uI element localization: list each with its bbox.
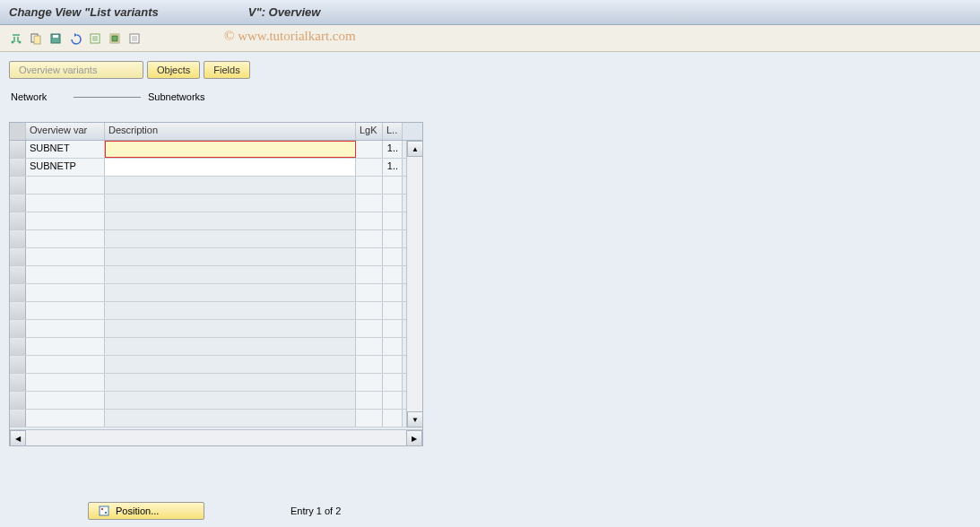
position-button[interactable]: Position... — [88, 502, 204, 520]
cell-overview[interactable] — [26, 177, 105, 194]
deselect-icon[interactable] — [126, 30, 143, 48]
cell-lgk[interactable] — [356, 159, 383, 176]
cell-overview[interactable] — [26, 338, 105, 355]
cell-description[interactable] — [105, 302, 356, 319]
cell-lgk[interactable] — [356, 230, 383, 247]
horizontal-scrollbar[interactable]: ◀ ▶ — [10, 429, 422, 445]
cell-description[interactable] — [105, 230, 356, 247]
scroll-track-h[interactable] — [26, 430, 406, 445]
cell-description[interactable] — [105, 194, 356, 212]
cell-description[interactable] — [105, 212, 356, 229]
cell-description[interactable] — [105, 266, 356, 283]
cell-l[interactable] — [383, 212, 403, 229]
scroll-track-v[interactable] — [407, 157, 422, 411]
cell-lgk[interactable] — [356, 141, 383, 158]
select-block-icon[interactable] — [106, 30, 124, 48]
cell-lgk[interactable] — [356, 266, 383, 283]
cell-overview[interactable] — [26, 194, 105, 212]
table-row[interactable] — [10, 266, 422, 284]
row-selector[interactable] — [10, 177, 26, 194]
cell-l[interactable] — [383, 248, 403, 265]
cell-l[interactable] — [383, 230, 403, 247]
row-selector[interactable] — [10, 212, 26, 229]
table-row[interactable]: SUBNET1.. — [10, 141, 422, 159]
cell-description[interactable] — [105, 159, 356, 176]
scroll-down-icon[interactable]: ▼ — [407, 411, 423, 428]
copy-icon[interactable] — [27, 30, 45, 48]
cell-l[interactable] — [383, 374, 403, 391]
cell-description[interactable] — [105, 284, 356, 301]
table-row[interactable] — [10, 302, 422, 320]
row-selector[interactable] — [10, 248, 26, 265]
header-lgk[interactable]: LgK — [356, 123, 383, 140]
cell-description[interactable] — [105, 141, 356, 158]
table-row[interactable] — [10, 392, 422, 410]
cell-overview[interactable] — [26, 410, 105, 427]
cell-overview[interactable] — [26, 266, 105, 283]
table-row[interactable] — [10, 320, 422, 338]
cell-l[interactable]: 1.. — [383, 159, 403, 176]
cell-lgk[interactable] — [356, 392, 383, 409]
cell-l[interactable] — [383, 338, 403, 355]
cell-lgk[interactable] — [356, 320, 383, 337]
tab-objects[interactable]: Objects — [147, 61, 200, 79]
row-selector[interactable] — [10, 194, 26, 212]
cell-overview[interactable] — [26, 392, 105, 409]
table-row[interactable] — [10, 338, 422, 356]
table-row[interactable] — [10, 177, 422, 194]
cell-description[interactable] — [105, 177, 356, 194]
cell-l[interactable] — [383, 266, 403, 283]
cell-description[interactable] — [105, 410, 356, 427]
row-selector[interactable] — [10, 374, 26, 391]
cell-overview[interactable] — [26, 284, 105, 301]
cell-overview[interactable]: SUBNETP — [26, 159, 105, 176]
table-row[interactable] — [10, 248, 422, 266]
tab-fields[interactable]: Fields — [204, 61, 249, 79]
header-l[interactable]: L.. — [383, 123, 403, 140]
cell-lgk[interactable] — [356, 177, 383, 194]
scroll-left-icon[interactable]: ◀ — [10, 430, 26, 446]
cell-overview[interactable] — [26, 248, 105, 265]
vertical-scrollbar[interactable]: ▲ ▼ — [406, 141, 422, 428]
cell-description[interactable] — [105, 248, 356, 265]
cell-l[interactable]: 1.. — [383, 141, 403, 158]
table-row[interactable] — [10, 356, 422, 374]
cell-description[interactable] — [105, 338, 356, 355]
cell-lgk[interactable] — [356, 374, 383, 391]
new-entries-icon[interactable] — [86, 30, 104, 48]
row-selector[interactable] — [10, 141, 26, 158]
cell-overview[interactable] — [26, 212, 105, 229]
row-selector[interactable] — [10, 338, 26, 355]
save-icon[interactable] — [47, 30, 65, 48]
row-selector[interactable] — [10, 284, 26, 301]
cell-l[interactable] — [383, 284, 403, 301]
cell-l[interactable] — [383, 392, 403, 409]
table-row[interactable] — [10, 230, 422, 248]
cell-l[interactable] — [383, 302, 403, 319]
cell-l[interactable] — [383, 177, 403, 194]
cell-lgk[interactable] — [356, 194, 383, 212]
table-row[interactable] — [10, 374, 422, 392]
cell-overview[interactable] — [26, 356, 105, 373]
row-selector[interactable] — [10, 320, 26, 337]
row-selector[interactable] — [10, 159, 26, 176]
row-selector[interactable] — [10, 356, 26, 373]
row-selector[interactable] — [10, 302, 26, 319]
table-row[interactable] — [10, 212, 422, 230]
cell-overview[interactable] — [26, 230, 105, 247]
cell-l[interactable] — [383, 320, 403, 337]
cell-lgk[interactable] — [356, 284, 383, 301]
cell-description[interactable] — [105, 356, 356, 373]
scroll-right-icon[interactable]: ▶ — [406, 430, 422, 446]
cell-l[interactable] — [383, 410, 403, 427]
cell-l[interactable] — [383, 194, 403, 212]
row-selector[interactable] — [10, 410, 26, 427]
cell-lgk[interactable] — [356, 356, 383, 373]
header-description[interactable]: Description — [105, 123, 356, 140]
cell-description[interactable] — [105, 374, 356, 391]
header-overview[interactable]: Overview var — [26, 123, 105, 140]
table-row[interactable] — [10, 410, 422, 428]
cell-l[interactable] — [383, 356, 403, 373]
cell-overview[interactable] — [26, 320, 105, 337]
cell-lgk[interactable] — [356, 248, 383, 265]
